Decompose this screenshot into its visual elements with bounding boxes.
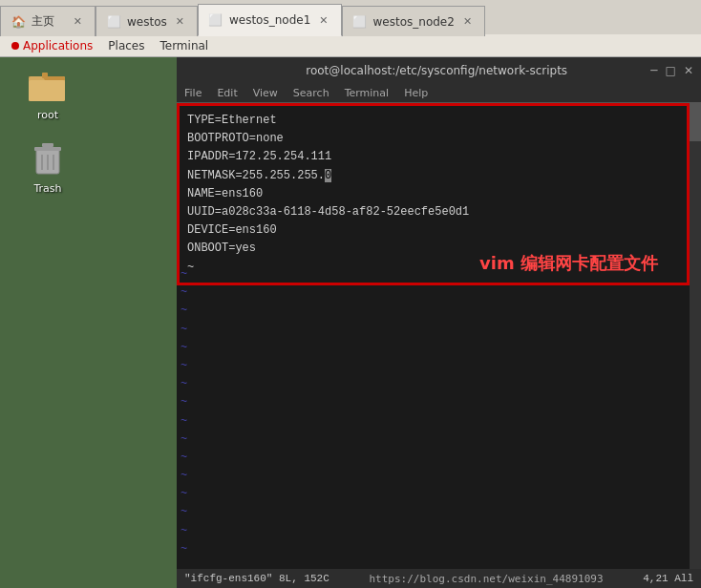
trash-icon-label: Trash (33, 182, 61, 195)
terminal-title-bar: root@localhost:/etc/sysconfig/network-sc… (177, 57, 701, 84)
tab-westos-node2-close[interactable]: ✕ (460, 13, 475, 30)
menu-bar: Applications Places Terminal (0, 34, 701, 57)
svg-rect-3 (42, 73, 48, 78)
desktop: root Trash root@localhost:/etc/syscon (0, 57, 701, 588)
tab-westos[interactable]: ⬜ westos ✕ (96, 6, 198, 36)
vim-file-menu[interactable]: File (184, 87, 202, 99)
vim-view-menu[interactable]: View (253, 87, 278, 99)
vim-search-menu[interactable]: Search (293, 87, 329, 99)
root-folder-icon[interactable]: root (29, 67, 67, 121)
tilde-3: ~ (177, 302, 701, 320)
vim-status-bar: "ifcfg-ens160" 8L, 152C https://blog.csd… (177, 569, 701, 588)
tab-westos-node2-label: westos_node2 (373, 15, 455, 29)
tilde-12: ~ (177, 467, 701, 485)
tilde-lines: ~ ~ ~ ~ ~ ~ ~ ~ ~ ~ ~ ~ ~ ~ ~ ~ (177, 265, 701, 569)
maximize-button[interactable]: □ (666, 64, 676, 77)
terminal-icon-3: ⬜ (352, 14, 368, 30)
tilde-9: ~ (177, 412, 701, 430)
vim-terminal-menu[interactable]: Terminal (345, 87, 390, 99)
applications-dot-icon (11, 42, 19, 50)
tilde-5: ~ (177, 339, 701, 357)
root-icon-label: root (37, 109, 58, 121)
terminal-title: root@localhost:/etc/sysconfig/network-sc… (223, 64, 650, 77)
tab-home-close[interactable]: ✕ (71, 13, 85, 30)
svg-rect-7 (42, 143, 53, 147)
tab-home-label: 主页 (32, 13, 54, 30)
tilde-1: ~ (177, 265, 701, 284)
tilde-2: ~ (177, 284, 701, 302)
tilde-11: ~ (177, 449, 701, 467)
tab-westos-close[interactable]: ✕ (173, 13, 187, 30)
trash-icon-item[interactable]: Trash (29, 140, 67, 195)
tab-bar: 🏠 主页 ✕ ⬜ westos ✕ ⬜ westos_node1 ✕ ⬜ wes… (0, 0, 701, 34)
tilde-13: ~ (177, 485, 701, 503)
tilde-7: ~ (177, 375, 701, 393)
svg-rect-2 (29, 80, 65, 101)
tab-home[interactable]: 🏠 主页 ✕ (0, 6, 96, 36)
terminal-window: root@localhost:/etc/sysconfig/network-sc… (177, 57, 701, 588)
tab-westos-label: westos (127, 15, 167, 29)
applications-menu[interactable]: Applications (4, 37, 100, 54)
vim-help-menu[interactable]: Help (404, 87, 428, 99)
tab-westos-node1-label: westos_node1 (229, 13, 310, 27)
desktop-icons: root Trash (0, 57, 96, 588)
close-button[interactable]: ✕ (684, 64, 693, 77)
tilde-10: ~ (177, 430, 701, 449)
vim-menu-bar: File Edit View Search Terminal Help (177, 84, 701, 103)
tilde-16: ~ (177, 540, 701, 558)
tilde-14: ~ (177, 503, 701, 521)
vim-content: TYPE=Ethernet BOOTPROTO=none IPADDR=172.… (177, 103, 701, 569)
root-folder-image (29, 67, 67, 105)
vim-status-right: 4,21 All (643, 573, 693, 584)
terminal-menu[interactable]: Terminal (152, 37, 216, 54)
trash-image (29, 140, 67, 178)
vim-status-left: "ifcfg-ens160" 8L, 152C (184, 573, 329, 584)
csdn-url: https://blog.csdn.net/weixin_44891093 (369, 573, 603, 585)
tilde-4: ~ (177, 321, 701, 339)
tab-westos-node1[interactable]: ⬜ westos_node1 ✕ (198, 4, 342, 36)
places-menu[interactable]: Places (100, 37, 152, 54)
tilde-15: ~ (177, 522, 701, 540)
terminal-controls: ─ □ ✕ (650, 64, 693, 77)
places-label: Places (108, 39, 144, 52)
minimize-button[interactable]: ─ (650, 64, 657, 77)
terminal-icon-1: ⬜ (106, 14, 121, 30)
terminal-icon-2: ⬜ (208, 12, 223, 28)
applications-label: Applications (23, 39, 93, 52)
vim-edit-menu[interactable]: Edit (217, 87, 237, 99)
scrollbar[interactable] (690, 103, 701, 569)
tab-westos-node2[interactable]: ⬜ westos_node2 ✕ (342, 6, 486, 36)
scrollbar-thumb[interactable] (690, 103, 701, 141)
tilde-6: ~ (177, 357, 701, 375)
terminal-label: Terminal (159, 39, 208, 52)
home-icon: 🏠 (11, 14, 26, 30)
vim-config-block: TYPE=Ethernet BOOTPROTO=none IPADDR=172.… (177, 103, 690, 285)
tab-westos-node1-close[interactable]: ✕ (316, 12, 330, 29)
tilde-8: ~ (177, 393, 701, 411)
svg-rect-6 (34, 147, 61, 151)
